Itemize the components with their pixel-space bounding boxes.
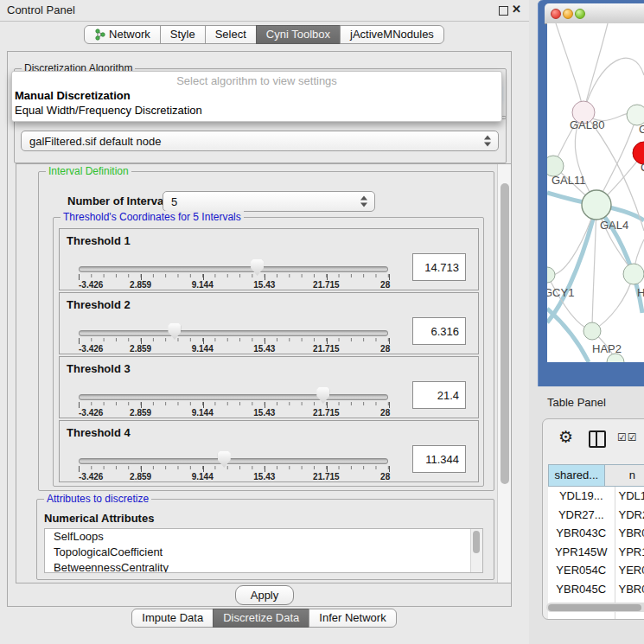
control-panel-title: Control Panel — [7, 3, 75, 16]
numerical-attributes-label: Numerical Attributes — [44, 512, 154, 525]
table-row[interactable]: YDL19...YDL1 — [548, 487, 644, 506]
tab-jactivemnodules[interactable]: jActiveMNodules — [340, 25, 444, 44]
threshold-2-panel: Threshold 2 -3.426 2.859 9 — [59, 292, 479, 354]
attributes-group: Attributes to discretize Numerical Attri… — [36, 499, 494, 580]
slider-track — [79, 266, 388, 272]
tab-style[interactable]: Style — [160, 25, 206, 44]
tab-infer-network[interactable]: Infer Network — [309, 609, 396, 628]
algorithm-popup-header: Select algorithm to view settings — [12, 74, 501, 87]
table-header-row: shared... n — [548, 464, 644, 487]
attributes-group-label: Attributes to discretize — [44, 493, 151, 505]
network-view-window: GAL80 GA C GAL11 GAL4 GCY1 H HAP2 — [538, 0, 644, 386]
list-item[interactable]: TopologicalCoefficient — [45, 545, 482, 560]
threshold-3-panel: Threshold 3 -3.426 2.859 9 — [59, 356, 479, 418]
node-label-gal11: GAL11 — [552, 174, 586, 187]
select-columns-icon[interactable]: ☑☑ — [617, 431, 638, 443]
slider-tick-labels: -3.426 2.859 9.144 15.43 21.715 28 — [79, 472, 388, 481]
threshold-4-panel: Threshold 4 -3.426 2.859 9 — [59, 420, 479, 482]
tab-impute-data[interactable]: Impute Data — [131, 609, 214, 628]
node-label-gal4: GAL4 — [600, 219, 628, 232]
network-window-titlebar — [545, 3, 644, 24]
node-table: shared... n YDL19...YDL1 YDR27...YDR2 YB… — [548, 464, 644, 620]
table-row[interactable]: YDR27...YDR2 — [548, 506, 644, 525]
threshold-3-value-field[interactable]: 21.4 — [412, 381, 466, 409]
number-of-intervals-combobox[interactable]: 5 — [163, 191, 375, 212]
tab-cyni-toolbox[interactable]: Cyni Toolbox — [256, 25, 341, 44]
table-data-group: Table Data galFiltered.sif default node — [14, 116, 507, 163]
table-panel-title: Table Panel — [547, 396, 606, 409]
interval-definition-group: Interval Definition Number of Intervals … — [38, 171, 494, 491]
control-panel: Control Panel ✕ Network Style Select Cyn… — [0, 0, 529, 644]
threshold-1-label: Threshold 1 — [67, 234, 131, 247]
threshold-3-label: Threshold 3 — [67, 362, 131, 375]
table-row[interactable]: YLR345WYLR3 — [548, 617, 644, 621]
node-label-clipped: H — [637, 286, 644, 299]
threshold-1-value-field[interactable]: 14.713 — [412, 253, 466, 281]
threshold-4-label: Threshold 4 — [67, 426, 131, 439]
top-tab-bar: Network Style Select Cyni Toolbox jActiv… — [0, 25, 529, 44]
minimize-traffic-light-icon[interactable] — [563, 9, 573, 19]
slider-track — [79, 394, 388, 400]
network-icon — [94, 29, 105, 41]
threshold-1-panel: Threshold 1 -3.426 2.859 9 — [59, 228, 479, 290]
control-panel-titlebar: Control Panel ✕ — [0, 0, 529, 22]
network-graph: GAL80 GA C GAL11 GAL4 GCY1 H HAP2 — [547, 23, 644, 362]
threshold-2-label: Threshold 2 — [67, 298, 131, 311]
thresholds-group-label: Threshold's Coordinates for 5 Intervals — [61, 211, 244, 223]
node-label-clipped: C — [641, 161, 644, 174]
table-row[interactable]: YBR045CYBR0 — [548, 580, 644, 599]
slider-tick-labels: -3.426 2.859 9.144 15.43 21.715 28 — [79, 280, 388, 290]
table-row[interactable]: YPR145WYPR1 — [548, 543, 644, 562]
column-header-name[interactable]: n — [605, 465, 644, 486]
network-canvas[interactable]: GAL80 GA C GAL11 GAL4 GCY1 H HAP2 — [547, 23, 644, 362]
algorithm-dropdown-popup: Select algorithm to view settings Manual… — [11, 71, 502, 122]
tab-discretize-data[interactable]: Discretize Data — [213, 609, 309, 628]
number-of-intervals-label: Number of Intervals — [67, 194, 173, 207]
column-header-shared-name[interactable]: shared... — [549, 465, 605, 486]
threshold-4-value-field[interactable]: 11.344 — [412, 445, 466, 473]
tab-network[interactable]: Network — [84, 25, 161, 44]
node-label-hap2: HAP2 — [592, 342, 622, 355]
network-node-gcy1[interactable] — [547, 267, 555, 283]
slider-tick-labels: -3.426 2.859 9.144 15.43 21.715 28 — [79, 408, 388, 418]
list-item[interactable]: BetweennessCentrality — [45, 560, 482, 573]
table-data-value: galFiltered.sif default node — [29, 135, 161, 148]
table-data-combobox[interactable]: galFiltered.sif default node — [21, 131, 499, 151]
zoom-traffic-light-icon[interactable] — [575, 9, 585, 19]
settings-vertical-scrollbar[interactable] — [497, 164, 512, 583]
close-traffic-light-icon[interactable] — [551, 9, 561, 19]
combo-stepper-icon — [484, 135, 492, 148]
bottom-tab-bar: Impute Data Discretize Data Infer Networ… — [0, 609, 529, 628]
tab-network-label: Network — [109, 26, 150, 43]
gear-icon[interactable]: ⚙ — [558, 427, 573, 447]
thresholds-group: Threshold's Coordinates for 5 Intervals … — [53, 217, 484, 487]
algorithm-option-equal-width[interactable]: Equal Width/Frequency Discretization — [15, 104, 202, 117]
table-row[interactable]: YER054CYER0 — [548, 561, 644, 580]
combo-stepper-icon — [360, 195, 368, 208]
screenshot-root: Control Panel ✕ Network Style Select Cyn… — [0, 0, 644, 644]
network-node-hap2[interactable] — [583, 322, 601, 340]
attributes-scrollbar[interactable] — [470, 529, 482, 572]
network-node-gal4[interactable] — [582, 190, 611, 220]
close-icon[interactable]: ✕ — [512, 3, 521, 16]
apply-button[interactable]: Apply — [235, 585, 294, 605]
node-label-gcy1: GCY1 — [547, 286, 574, 299]
table-row[interactable]: YBR043CYBR0 — [548, 524, 644, 543]
table-body: YDL19...YDL1 YDR27...YDR2 YBR043CYBR0 YP… — [548, 487, 644, 620]
interval-definition-label: Interval Definition — [46, 165, 131, 177]
slider-tick-labels: -3.426 2.859 9.144 15.43 21.715 28 — [79, 344, 388, 354]
table-horizontal-scrollbar[interactable] — [546, 603, 644, 612]
float-window-icon[interactable] — [499, 6, 508, 16]
settings-scroll-area: Interval Definition Number of Intervals … — [16, 163, 512, 583]
threshold-2-value-field[interactable]: 6.316 — [412, 317, 466, 345]
cyni-toolbox-panel: Discretization Algorithm Select algorith… — [7, 51, 512, 607]
tab-select[interactable]: Select — [205, 25, 257, 44]
list-item[interactable]: SelfLoops — [45, 529, 482, 545]
table-panel: ⚙ ☑☑ shared... n YDL19...YDL1 YDR27...YD… — [542, 418, 644, 620]
number-of-intervals-value: 5 — [171, 195, 177, 208]
node-label-gal80: GAL80 — [570, 118, 604, 131]
node-label-clipped: GA — [639, 123, 644, 136]
algorithm-option-manual[interactable]: Manual Discretization — [15, 89, 131, 102]
split-columns-icon[interactable] — [589, 430, 606, 448]
network-node[interactable] — [623, 264, 644, 284]
